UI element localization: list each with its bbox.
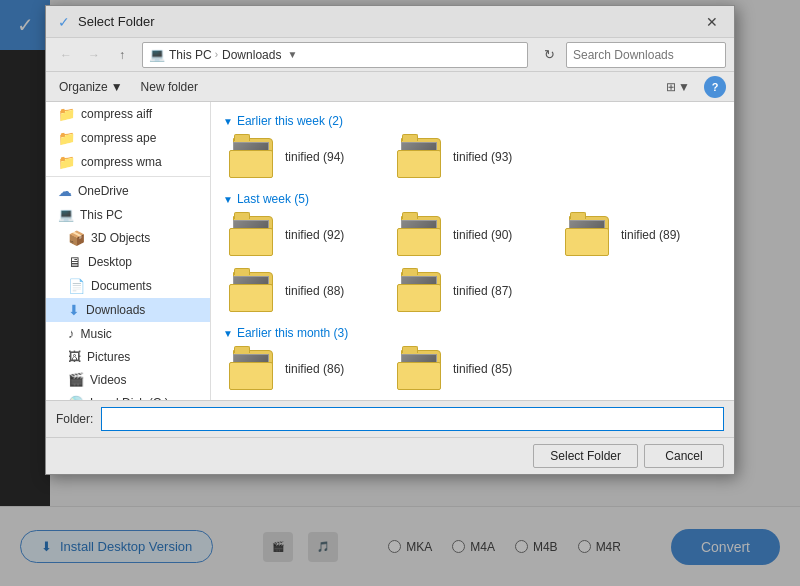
select-folder-dialog: ✓ Select Folder ✕ ← → ↑ 💻 This PC › Down… (45, 5, 735, 475)
folder-thumb-89: ▦ (565, 216, 613, 256)
folder-item-tinified-87[interactable]: ▦ tinified (87) (391, 268, 551, 316)
dialog-titlebar: ✓ Select Folder ✕ (46, 6, 734, 38)
sidebar-item-onedrive[interactable]: ☁ OneDrive (46, 179, 210, 203)
left-sidebar: 📁 compress aiff 📁 compress ape 📁 compres… (46, 102, 211, 400)
organize-button[interactable]: Organize ▼ (54, 78, 128, 96)
folder-item-tinified-86[interactable]: ▦ tinified (86) (223, 346, 383, 394)
folder-item-tinified-92[interactable]: ▦ tinified (92) (223, 212, 383, 260)
search-input[interactable] (566, 42, 726, 68)
dialog-footer: Folder: (46, 400, 734, 437)
download-folder-icon: ⬇ (68, 302, 80, 318)
nav-back-button[interactable]: ← (54, 43, 78, 67)
sidebar-item-pictures[interactable]: 🖼 Pictures (46, 345, 210, 368)
folder-front-87 (397, 284, 441, 312)
dialog-close-button[interactable]: ✕ (702, 12, 722, 32)
dialog-actions: Select Folder Cancel (46, 437, 734, 474)
sidebar-item-documents[interactable]: 📄 Documents (46, 274, 210, 298)
sidebar-label-downloads: Downloads (86, 303, 145, 317)
view-button[interactable]: ⊞ ▼ (660, 77, 696, 97)
folder-front-93 (397, 150, 441, 178)
dialog-title-icon: ✓ (58, 14, 70, 30)
folder-front-94 (229, 150, 273, 178)
folder-name-tinified-92: tinified (92) (285, 228, 344, 244)
sidebar-item-compress-wma[interactable]: 📁 compress wma (46, 150, 210, 174)
address-downloads-label: Downloads (222, 48, 281, 62)
organize-label: Organize (59, 80, 108, 94)
folder-grid-earlier-this-month: ▦ tinified (86) ▦ tinified (85) (223, 346, 722, 394)
folder-thumb-86: ▦ (229, 350, 277, 390)
sidebar-label-compress-wma: compress wma (81, 155, 162, 169)
folder-icon: 📄 (68, 278, 85, 294)
dialog-title-left: ✓ Select Folder (58, 14, 155, 30)
folder-front-89 (565, 228, 609, 256)
sidebar-item-this-pc[interactable]: 💻 This PC (46, 203, 210, 226)
folder-label: Folder: (56, 412, 93, 426)
folder-grid-earlier-this-week: ▦ tinified (94) ▦ tinified (93) (223, 134, 722, 182)
folder-front-90 (397, 228, 441, 256)
folder-name-tinified-89: tinified (89) (621, 228, 680, 244)
help-button[interactable]: ? (704, 76, 726, 98)
section-last-week: ▼ Last week (5) (223, 192, 722, 206)
folder-input[interactable] (101, 407, 724, 431)
folder-item-tinified-93[interactable]: ▦ tinified (93) (391, 134, 551, 182)
dialog-content: 📁 compress aiff 📁 compress ape 📁 compres… (46, 102, 734, 400)
folder-name-tinified-93: tinified (93) (453, 150, 512, 166)
folder-front-85 (397, 362, 441, 390)
folder-thumb-93: ▦ (397, 138, 445, 178)
address-dropdown-button[interactable]: ▼ (285, 47, 299, 62)
folder-icon: 📁 (58, 106, 75, 122)
sidebar-label-onedrive: OneDrive (78, 184, 129, 198)
folder-name-tinified-85: tinified (85) (453, 362, 512, 378)
sidebar-item-videos[interactable]: 🎬 Videos (46, 368, 210, 391)
sidebar-label-desktop: Desktop (88, 255, 132, 269)
cloud-icon: ☁ (58, 183, 72, 199)
sidebar-item-compress-ape[interactable]: 📁 compress ape (46, 126, 210, 150)
folder-thumb-87: ▦ (397, 272, 445, 312)
sidebar-label-3d-objects: 3D Objects (91, 231, 150, 245)
sidebar-item-compress-aiff[interactable]: 📁 compress aiff (46, 102, 210, 126)
view-icon: ⊞ (666, 80, 676, 94)
address-part-downloads: Downloads (222, 48, 281, 62)
folder-front-88 (229, 284, 273, 312)
section-label-last-week: Last week (5) (237, 192, 309, 206)
section-label-earlier-this-week: Earlier this week (2) (237, 114, 343, 128)
refresh-button[interactable]: ↻ (536, 42, 562, 68)
address-bar: 💻 This PC › Downloads ▼ (142, 42, 528, 68)
sidebar-item-music[interactable]: ♪ Music (46, 322, 210, 345)
sidebar-item-downloads[interactable]: ⬇ Downloads (46, 298, 210, 322)
organize-toolbar: Organize ▼ New folder ⊞ ▼ ? (46, 72, 734, 102)
address-part-this-pc: This PC › (169, 48, 218, 62)
nav-forward-button[interactable]: → (82, 43, 106, 67)
folder-front-86 (229, 362, 273, 390)
folder-name-tinified-90: tinified (90) (453, 228, 512, 244)
sidebar-item-local-disk[interactable]: 💿 Local Disk (C:) (46, 391, 210, 400)
address-separator-1: › (215, 49, 218, 60)
folder-item-tinified-90[interactable]: ▦ tinified (90) (391, 212, 551, 260)
folder-icon: 📦 (68, 230, 85, 246)
folder-item-tinified-88[interactable]: ▦ tinified (88) (223, 268, 383, 316)
folder-item-tinified-94[interactable]: ▦ tinified (94) (223, 134, 383, 182)
folder-name-tinified-86: tinified (86) (285, 362, 344, 378)
folder-item-tinified-85[interactable]: ▦ tinified (85) (391, 346, 551, 394)
new-folder-button[interactable]: New folder (136, 78, 203, 96)
section-earlier-this-week: ▼ Earlier this week (2) (223, 114, 722, 128)
nav-up-button[interactable]: ↑ (110, 43, 134, 67)
folder-grid-last-week: ▦ tinified (92) ▦ tinified (90) (223, 212, 722, 316)
sidebar-item-desktop[interactable]: 🖥 Desktop (46, 250, 210, 274)
new-folder-label: New folder (141, 80, 198, 94)
sidebar-label-music: Music (81, 327, 112, 341)
folder-item-tinified-89[interactable]: ▦ tinified (89) (559, 212, 719, 260)
section-earlier-this-month: ▼ Earlier this month (3) (223, 326, 722, 340)
folder-thumb-94: ▦ (229, 138, 277, 178)
organize-chevron-icon: ▼ (111, 80, 123, 94)
cancel-button[interactable]: Cancel (644, 444, 724, 468)
video-icon: 🎬 (68, 372, 84, 387)
select-folder-button[interactable]: Select Folder (533, 444, 638, 468)
sidebar-label-compress-ape: compress ape (81, 131, 156, 145)
folder-name-tinified-87: tinified (87) (453, 284, 512, 300)
sidebar-label-videos: Videos (90, 373, 126, 387)
sidebar-divider-1 (46, 176, 210, 177)
section-arrow-1: ▼ (223, 116, 233, 127)
sidebar-item-3d-objects[interactable]: 📦 3D Objects (46, 226, 210, 250)
sidebar-label-documents: Documents (91, 279, 152, 293)
